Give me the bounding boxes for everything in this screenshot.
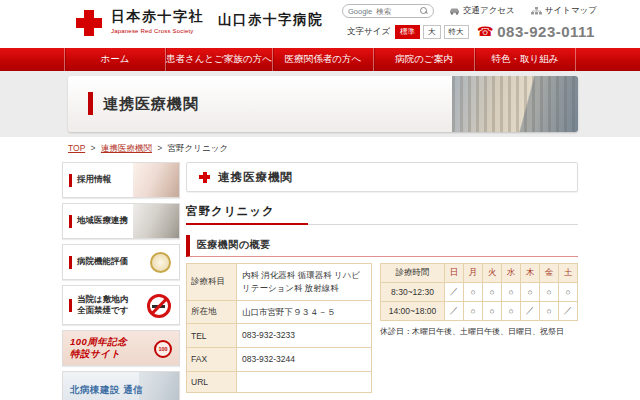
car-icon [449,7,460,15]
org-name-en: Japanese Red Cross Society [111,28,204,34]
anniversary-emblem-icon: 100 [154,340,172,358]
category-title: 連携医療機関 [218,170,293,185]
banner-label: 病院機能評価 [77,256,128,267]
search-input[interactable] [376,7,416,16]
font-size-large-button[interactable]: 大 [423,25,441,39]
banner-label: 採用情報 [77,174,111,185]
red-cross-icon [76,10,102,36]
clinic-info-table: 診療科目 内科 消化器科 循環器科 リハビリテーション科 放射線科 所在地 山口… [186,263,372,393]
day-header: 土 [559,264,578,283]
banner-accent-bar [69,299,72,312]
row-value: 083-932-3233 [237,324,372,348]
availability-mark: ○ [540,302,559,321]
org-name: 日本赤十字社 [111,8,204,26]
sidebar-banner-100th-anniversary[interactable]: 100 100周年記念 特設サイト [62,330,180,366]
banner-label: 当院は敷地内 全面禁煙です [77,294,128,316]
overview-row: 診療科目 内科 消化器科 循環器科 リハビリテーション科 放射線科 所在地 山口… [186,263,578,393]
sidebar-banner-north-ward-news[interactable]: 北病棟建設 通信 [62,371,180,400]
font-size-label: 文字サイズ [347,26,390,38]
table-row: URL [187,371,372,392]
availability-mark: ／ [521,302,540,321]
nav-item-hospital-guide[interactable]: 病院のご案内 [373,48,474,71]
header-quick-links: 交通アクセス サイトマップ [449,5,597,17]
site-search: Google [342,4,434,18]
availability-mark: ○ [521,283,540,302]
breadcrumb: TOP > 連携医療機関 > 宮野クリニック [68,143,640,155]
sidebar-banner-recruitment[interactable]: 採用情報 [62,162,180,198]
staff-photo [133,163,179,197]
page-banner: 連携医療機関 [68,76,578,132]
sitemap-icon [531,7,542,15]
row-label: TEL [187,324,237,348]
main-nav: ホーム 患者さんとご家族の方へ 医療関係者の方へ 病院のご案内 特色・取り組み [0,48,640,71]
sitemap-link[interactable]: サイトマップ [531,5,597,17]
google-brand: Google [348,7,372,16]
table-row: FAX 083-932-3244 [187,348,372,372]
closed-days-note: 休診日：木曜日午後、土曜日午後、日曜日、祝祭日 [380,326,578,337]
nav-item-medical-staff[interactable]: 医療関係者の方へ [272,48,373,71]
org-block: 日本赤十字社 Japanese Red Cross Society [111,8,204,34]
sidebar-banner-hospital-evaluation[interactable]: 病院機能評価 [62,244,180,280]
breadcrumb-separator: > [91,143,96,153]
phone-block: ☎ 083-923-0111 [477,23,595,40]
day-header: 水 [502,264,521,283]
phone-number: 083-923-0111 [497,23,595,40]
access-link[interactable]: 交通アクセス [449,5,515,17]
table-row: 14:00~18:00 ／ ○ ○ ○ ／ ○ ／ [381,302,578,321]
hospital-building-photo [452,76,578,132]
availability-mark: ○ [502,302,521,321]
table-header-row: 診療時間 日 月 火 水 木 金 土 [381,264,578,283]
row-value: 083-932-3244 [237,348,372,372]
red-cross-icon [199,172,210,183]
breadcrumb-current-page: 宮野クリニック [168,143,229,153]
no-smoking-icon [147,294,171,318]
nav-item-features[interactable]: 特色・取り組み [474,48,576,71]
banner-accent-bar [69,215,72,228]
access-link-label: 交通アクセス [463,5,515,17]
time-slot: 14:00~18:00 [381,302,445,321]
breadcrumb-category-link[interactable]: 連携医療機関 [101,143,152,153]
row-label: 診療科目 [187,264,237,301]
sitemap-link-label: サイトマップ [545,5,597,17]
breadcrumb-separator: > [157,143,162,153]
sidebar-banner-no-smoking[interactable]: 当院は敷地内 全面禁煙です [62,285,180,325]
ward-building-photo [139,372,179,400]
row-value: 山口市宮野下９３４－５ [237,300,372,324]
day-header: 金 [540,264,559,283]
nav-item-home[interactable]: ホーム [64,48,165,71]
handshake-photo [133,204,179,238]
availability-mark: ○ [464,302,483,321]
phone-icon: ☎ [477,25,493,38]
availability-mark: ○ [464,283,483,302]
row-value: 内科 消化器科 循環器科 リハビリテーション科 放射線科 [237,264,372,301]
hours-block: 診療時間 日 月 火 水 木 金 土 8:30~12:30 [380,263,578,337]
table-row: 診療科目 内科 消化器科 循環器科 リハビリテーション科 放射線科 [187,264,372,301]
banner-label: 北病棟建設 通信 [70,384,143,396]
sidebar: 採用情報 地域医療連携 病院機能評価 当院は敷地内 全面禁煙です [62,162,180,400]
evaluation-emblem-icon [150,252,171,273]
font-size-standard-button[interactable]: 標準 [395,25,420,39]
page-banner-band: 連携医療機関 [0,71,640,137]
hours-title: 診療時間 [381,264,445,283]
availability-mark: ／ [445,283,464,302]
clinic-name-heading: 宮野クリニック [186,204,578,225]
table-row: 8:30~12:30 ／ ○ ○ ○ ○ ○ ○ [381,283,578,302]
nav-item-patients-family[interactable]: 患者さんとご家族の方へ [165,48,272,71]
search-icon[interactable] [420,7,428,15]
page: 日本赤十字社 Japanese Red Cross Society 山口赤十字病… [0,0,640,400]
hospital-name: 山口赤十字病院 [218,11,323,29]
banner-accent-bar [69,174,72,187]
site-logo[interactable]: 日本赤十字社 Japanese Red Cross Society 山口赤十字病… [76,8,323,36]
day-header: 月 [464,264,483,283]
day-header: 日 [445,264,464,283]
sidebar-banner-regional-cooperation[interactable]: 地域医療連携 [62,203,180,239]
availability-mark: ○ [502,283,521,302]
row-label: URL [187,371,237,392]
table-row: TEL 083-932-3233 [187,324,372,348]
page-title: 連携医療機関 [103,95,199,114]
banner-label: 100周年記念 特設サイト [70,336,127,361]
font-size-xlarge-button[interactable]: 特大 [444,25,469,39]
breadcrumb-top-link[interactable]: TOP [68,143,85,153]
availability-mark: ／ [445,302,464,321]
time-slot: 8:30~12:30 [381,283,445,302]
